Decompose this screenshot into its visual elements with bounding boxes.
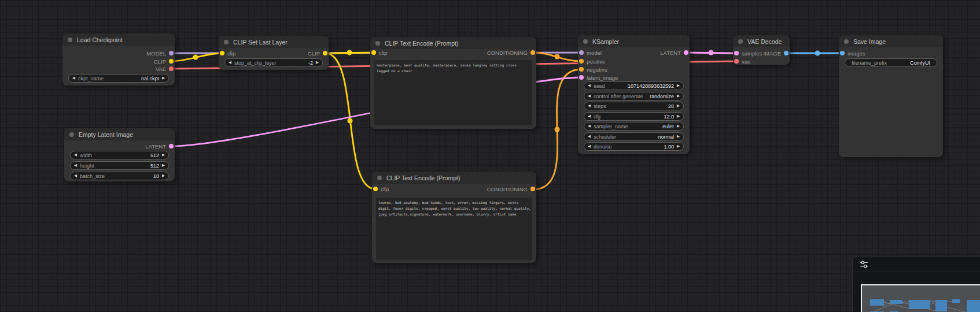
decrement-arrow-icon[interactable]: ◀: [588, 84, 591, 88]
widget-ckpt-name[interactable]: ◀ ckpt_name nai.ckpt ▶: [68, 74, 169, 83]
node-save-image[interactable]: Save Image images filename_prefix ComfyU…: [839, 35, 943, 157]
widget-control-after-generate[interactable]: ◀ control after generate randomize ▶: [584, 92, 684, 101]
output-port-image[interactable]: IMAGE: [763, 49, 789, 57]
node-clip-text-encode-positive[interactable]: CLIP Text Encode (Prompt) clip CONDITION…: [370, 37, 536, 129]
increment-arrow-icon[interactable]: ▶: [677, 114, 680, 118]
output-port-vae[interactable]: VAE: [156, 65, 174, 73]
port-dot[interactable]: [579, 59, 584, 64]
increment-arrow-icon[interactable]: ▶: [316, 61, 319, 65]
input-port-images[interactable]: images: [840, 49, 865, 57]
decrement-arrow-icon[interactable]: ◀: [588, 144, 591, 148]
widget-batch-size[interactable]: ◀ batch_size 10 ▶: [70, 172, 169, 180]
graph-canvas[interactable]: Load Checkpoint MODEL CLIP VAE ◀ ckpt_na…: [0, 0, 980, 312]
port-dot[interactable]: [579, 67, 584, 72]
input-port-vae[interactable]: vae: [734, 57, 750, 65]
input-port-negative[interactable]: negative: [579, 65, 607, 73]
node-load-checkpoint[interactable]: Load Checkpoint MODEL CLIP VAE ◀ ckpt_na…: [62, 34, 175, 86]
widget-width[interactable]: ◀ width 512 ▶: [70, 151, 169, 159]
decrement-arrow-icon[interactable]: ◀: [588, 124, 591, 128]
widget-seed[interactable]: ◀ seed 1071428893632592 ▶: [584, 81, 684, 90]
port-dot[interactable]: [373, 187, 378, 191]
node-title-bar[interactable]: Load Checkpoint: [62, 34, 175, 46]
increment-arrow-icon[interactable]: ▶: [677, 144, 680, 148]
decrement-arrow-icon[interactable]: ◀: [74, 174, 77, 178]
collapse-dot[interactable]: [583, 39, 588, 44]
output-port-latent[interactable]: LATENT: [145, 142, 174, 150]
decrement-arrow-icon[interactable]: ◀: [74, 153, 77, 157]
input-port-positive[interactable]: positive: [579, 57, 605, 65]
increment-arrow-icon[interactable]: ▶: [677, 104, 680, 108]
output-port-clip[interactable]: CLIP: [154, 57, 174, 65]
widget-height[interactable]: ◀ height 512 ▶: [70, 161, 169, 170]
collapse-dot[interactable]: [738, 39, 743, 44]
decrement-arrow-icon[interactable]: ◀: [229, 61, 231, 65]
port-dot[interactable]: [530, 50, 535, 55]
port-dot[interactable]: [169, 59, 174, 64]
collapse-dot[interactable]: [375, 41, 380, 46]
input-port-clip[interactable]: clip: [373, 185, 389, 193]
port-dot[interactable]: [169, 66, 174, 71]
port-dot[interactable]: [579, 75, 584, 80]
port-dot[interactable]: [371, 50, 376, 55]
port-dot[interactable]: [684, 50, 688, 55]
port-dot[interactable]: [734, 51, 739, 55]
collapse-dot[interactable]: [224, 40, 229, 44]
increment-arrow-icon[interactable]: ▶: [162, 164, 165, 168]
node-title-bar[interactable]: VAE Decode: [733, 35, 790, 47]
port-dot[interactable]: [734, 59, 739, 64]
widget-steps[interactable]: ◀ steps 28 ▶: [584, 102, 684, 110]
port-dot[interactable]: [840, 51, 845, 55]
node-title-bar[interactable]: CLIP Set Last Layer: [219, 36, 329, 48]
increment-arrow-icon[interactable]: ▶: [677, 135, 680, 139]
decrement-arrow-icon[interactable]: ◀: [588, 104, 591, 108]
collapse-dot[interactable]: [69, 132, 74, 137]
increment-arrow-icon[interactable]: ▶: [677, 94, 680, 98]
input-port-model[interactable]: model: [579, 49, 602, 57]
collapse-dot[interactable]: [377, 176, 382, 180]
decrement-arrow-icon[interactable]: ◀: [588, 135, 591, 139]
increment-arrow-icon[interactable]: ▶: [162, 76, 165, 80]
input-port-samples[interactable]: samples: [734, 49, 762, 57]
node-title-bar[interactable]: CLIP Text Encode (Prompt): [370, 37, 536, 49]
increment-arrow-icon[interactable]: ▶: [677, 124, 680, 128]
output-port-conditioning[interactable]: CONDITIONING: [487, 185, 535, 193]
widget-denoise[interactable]: ◀ denoise 1.00 ▶: [584, 142, 684, 151]
port-dot[interactable]: [169, 51, 174, 55]
node-clip-set-last-layer[interactable]: CLIP Set Last Layer clip CLIP ◀ stop_at_…: [219, 36, 329, 70]
widget-filename-prefix[interactable]: filename_prefix ComfyUI: [845, 58, 937, 67]
widget-cfg[interactable]: ◀ cfg 12.0 ▶: [584, 112, 684, 121]
decrement-arrow-icon[interactable]: ◀: [74, 164, 77, 168]
port-dot[interactable]: [220, 51, 224, 55]
output-port-clip[interactable]: CLIP: [308, 49, 327, 57]
output-port-latent[interactable]: LATENT: [660, 49, 688, 57]
output-port-conditioning[interactable]: CONDITIONING: [487, 49, 535, 57]
widget-sampler-name[interactable]: ◀ sampler_name euler ▶: [584, 122, 684, 131]
collapse-dot[interactable]: [68, 38, 72, 42]
increment-arrow-icon[interactable]: ▶: [162, 174, 165, 178]
sliders-icon[interactable]: [860, 260, 868, 269]
output-port-model[interactable]: MODEL: [146, 49, 174, 57]
node-title-bar[interactable]: Save Image: [839, 35, 943, 47]
input-port-clip[interactable]: clip: [371, 49, 387, 57]
port-dot[interactable]: [579, 50, 584, 55]
node-clip-text-encode-negative[interactable]: CLIP Text Encode (Prompt) clip CONDITION…: [372, 172, 536, 263]
widget-stop-at-clip-layer[interactable]: ◀ stop_at_clip_layer -2 ▶: [224, 58, 323, 67]
increment-arrow-icon[interactable]: ▶: [162, 153, 165, 157]
port-dot[interactable]: [784, 51, 789, 55]
increment-arrow-icon[interactable]: ▶: [677, 84, 680, 88]
node-title-bar[interactable]: KSampler: [578, 35, 690, 47]
decrement-arrow-icon[interactable]: ◀: [588, 114, 591, 118]
node-vae-decode[interactable]: VAE Decode samples vae IMAGE: [733, 35, 790, 65]
prompt-textarea[interactable]: masterpiece, best quality, masterpiece, …: [374, 60, 532, 125]
collapse-dot[interactable]: [844, 39, 849, 44]
decrement-arrow-icon[interactable]: ◀: [72, 76, 75, 80]
port-dot[interactable]: [323, 51, 327, 55]
minimap[interactable]: [861, 284, 980, 312]
node-ksampler[interactable]: KSampler model positive negative latent_…: [578, 35, 690, 154]
input-port-clip[interactable]: clip: [220, 49, 235, 57]
node-title-bar[interactable]: Empty Latent Image: [64, 128, 175, 140]
widget-scheduler[interactable]: ◀ scheduler normal ▶: [584, 132, 684, 141]
input-port-latent-image[interactable]: latent_image: [579, 73, 618, 81]
port-dot[interactable]: [530, 187, 535, 191]
node-empty-latent-image[interactable]: Empty Latent Image LATENT ◀ width 512 ▶ …: [64, 128, 175, 181]
